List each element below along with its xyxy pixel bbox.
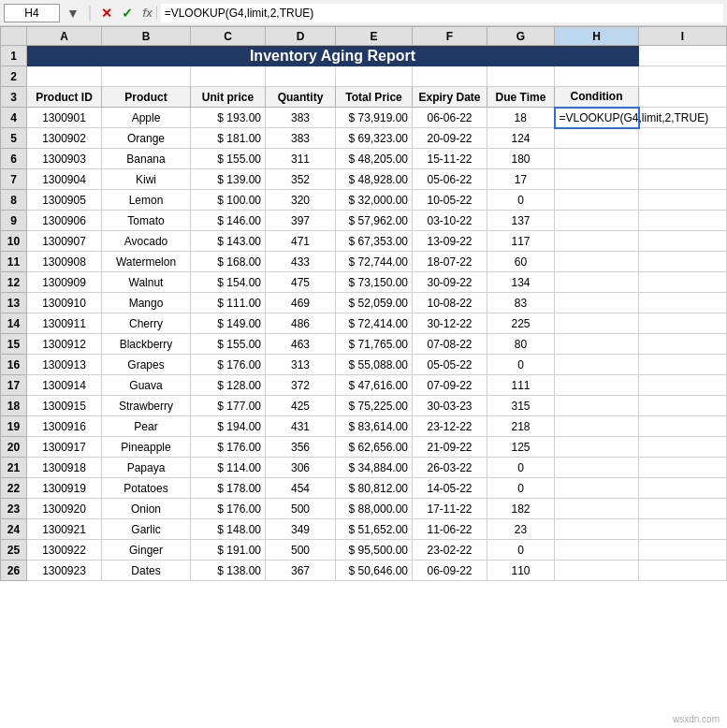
cell-expiry-date[interactable]: 30-09-22: [413, 272, 487, 293]
cell-due-time[interactable]: 80: [487, 334, 555, 355]
cell-quantity[interactable]: 313: [266, 355, 336, 375]
cell-product-id[interactable]: 1300920: [27, 499, 102, 519]
cell-unit-price[interactable]: $ 177.00: [191, 396, 266, 416]
cell-unit-price[interactable]: $ 128.00: [191, 375, 266, 396]
cell-expiry-date[interactable]: 05-05-22: [413, 355, 487, 375]
cell-product-id[interactable]: 1300923: [27, 561, 102, 581]
row-header-18[interactable]: 18: [1, 396, 27, 416]
cell-product-id[interactable]: 1300913: [27, 355, 102, 375]
cell-product[interactable]: Papaya: [102, 458, 191, 478]
cell-total-price[interactable]: $ 51,652.00: [336, 519, 413, 540]
cell-product[interactable]: Apple: [102, 108, 191, 128]
cell-product[interactable]: Ginger: [102, 540, 191, 561]
cell-expiry-date[interactable]: 07-08-22: [413, 334, 487, 355]
cell-due-time[interactable]: 134: [487, 272, 555, 293]
cell-total-price[interactable]: $ 48,205.00: [336, 149, 413, 169]
cell-quantity[interactable]: 352: [266, 169, 336, 190]
confirm-icon[interactable]: ✓: [119, 6, 136, 21]
row-header-1[interactable]: 1: [1, 46, 27, 66]
cell-due-time[interactable]: 124: [487, 128, 555, 149]
cell-due-time[interactable]: 125: [487, 437, 555, 458]
cell-condition[interactable]: [555, 313, 639, 334]
cell-unit-price[interactable]: $ 194.00: [191, 416, 266, 437]
cell-product[interactable]: Lemon: [102, 190, 191, 211]
cell-expiry-date[interactable]: 03-10-22: [413, 211, 487, 231]
cell-unit-price[interactable]: $ 138.00: [191, 561, 266, 581]
cell-quantity[interactable]: 433: [266, 252, 336, 272]
cell-expiry-date[interactable]: 06-09-22: [413, 561, 487, 581]
cell-reference-box[interactable]: [4, 4, 60, 22]
cell-expiry-date[interactable]: 13-09-22: [413, 231, 487, 252]
row-header-5[interactable]: 5: [1, 128, 27, 149]
cell-product[interactable]: Potatoes: [102, 478, 191, 499]
cell-product-id[interactable]: 1300904: [27, 169, 102, 190]
cell-total-price[interactable]: $ 75,225.00: [336, 396, 413, 416]
cell-quantity[interactable]: 500: [266, 499, 336, 519]
dropdown-arrow-icon[interactable]: ▼: [64, 6, 82, 21]
cell-condition[interactable]: [555, 519, 639, 540]
row-header-21[interactable]: 21: [1, 458, 27, 478]
cell-product[interactable]: Kiwi: [102, 169, 191, 190]
cancel-icon[interactable]: ✕: [98, 6, 115, 21]
cell-quantity[interactable]: 356: [266, 437, 336, 458]
cell-product-id[interactable]: 1300914: [27, 375, 102, 396]
row-header-10[interactable]: 10: [1, 231, 27, 252]
cell-total-price[interactable]: $ 72,414.00: [336, 313, 413, 334]
cell-total-price[interactable]: $ 71,765.00: [336, 334, 413, 355]
cell-product[interactable]: Pear: [102, 416, 191, 437]
cell-total-price[interactable]: $ 83,614.00: [336, 416, 413, 437]
cell-expiry-date[interactable]: 11-06-22: [413, 519, 487, 540]
cell-due-time[interactable]: 18: [487, 108, 555, 128]
cell-expiry-date[interactable]: 14-05-22: [413, 478, 487, 499]
col-header-c[interactable]: C: [191, 27, 266, 46]
col-header-h[interactable]: H: [555, 27, 639, 46]
cell-due-time[interactable]: 0: [487, 458, 555, 478]
cell-expiry-date[interactable]: 30-12-22: [413, 313, 487, 334]
row-header-17[interactable]: 17: [1, 375, 27, 396]
cell-expiry-date[interactable]: 07-09-22: [413, 375, 487, 396]
cell-total-price[interactable]: $ 52,059.00: [336, 293, 413, 313]
formula-input[interactable]: [161, 4, 723, 22]
row-header-22[interactable]: 22: [1, 478, 27, 499]
row-header-25[interactable]: 25: [1, 540, 27, 561]
cell-product-id[interactable]: 1300906: [27, 211, 102, 231]
cell-expiry-date[interactable]: 10-08-22: [413, 293, 487, 313]
cell-condition[interactable]: [555, 334, 639, 355]
row-header-13[interactable]: 13: [1, 293, 27, 313]
cell-condition[interactable]: [555, 149, 639, 169]
cell-due-time[interactable]: 23: [487, 519, 555, 540]
cell-product[interactable]: Garlic: [102, 519, 191, 540]
cell-total-price[interactable]: $ 34,884.00: [336, 458, 413, 478]
cell-due-time[interactable]: 83: [487, 293, 555, 313]
row-header-15[interactable]: 15: [1, 334, 27, 355]
cell-quantity[interactable]: 311: [266, 149, 336, 169]
col-header-a[interactable]: A: [27, 27, 102, 46]
row-header-20[interactable]: 20: [1, 437, 27, 458]
cell-quantity[interactable]: 383: [266, 108, 336, 128]
cell-product-id[interactable]: 1300918: [27, 458, 102, 478]
cell-due-time[interactable]: 180: [487, 149, 555, 169]
row-header-6[interactable]: 6: [1, 149, 27, 169]
cell-product[interactable]: Mango: [102, 293, 191, 313]
cell-unit-price[interactable]: $ 176.00: [191, 437, 266, 458]
cell-quantity[interactable]: 306: [266, 458, 336, 478]
col-header-b[interactable]: B: [102, 27, 191, 46]
row-header-23[interactable]: 23: [1, 499, 27, 519]
cell-quantity[interactable]: 431: [266, 416, 336, 437]
cell-total-price[interactable]: $ 62,656.00: [336, 437, 413, 458]
col-header-i[interactable]: I: [639, 27, 727, 46]
cell-unit-price[interactable]: $ 143.00: [191, 231, 266, 252]
cell-due-time[interactable]: 225: [487, 313, 555, 334]
cell-unit-price[interactable]: $ 100.00: [191, 190, 266, 211]
cell-product[interactable]: Dates: [102, 561, 191, 581]
cell-condition[interactable]: [555, 252, 639, 272]
cell-unit-price[interactable]: $ 181.00: [191, 128, 266, 149]
cell-unit-price[interactable]: $ 154.00: [191, 272, 266, 293]
cell-condition[interactable]: [555, 231, 639, 252]
cell-quantity[interactable]: 425: [266, 396, 336, 416]
cell-product-id[interactable]: 1300901: [27, 108, 102, 128]
cell-condition[interactable]: [555, 128, 639, 149]
cell-due-time[interactable]: 137: [487, 211, 555, 231]
cell-expiry-date[interactable]: 26-03-22: [413, 458, 487, 478]
cell-quantity[interactable]: 471: [266, 231, 336, 252]
